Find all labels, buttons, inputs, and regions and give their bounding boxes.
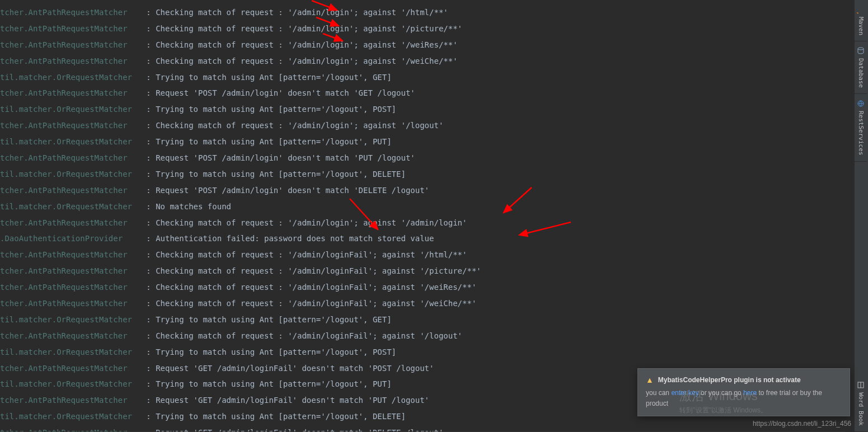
log-logger-name: til.matcher.OrRequestMatcher — [0, 348, 146, 356]
log-line[interactable]: tcher.AntPathRequestMatcher : Checking m… — [0, 21, 845, 37]
log-message: : Trying to match using Ant [pattern='/l… — [146, 348, 396, 356]
log-line[interactable]: tcher.AntPathRequestMatcher : Checking m… — [0, 263, 845, 279]
toolbar-item-wordbook[interactable]: Word Book — [855, 375, 867, 432]
log-line[interactable]: tcher.AntPathRequestMatcher : Request 'P… — [0, 150, 845, 166]
log-line[interactable]: tcher.AntPathRequestMatcher : Checking m… — [0, 215, 845, 231]
log-message: : Checking match of request : '/admin/lo… — [146, 24, 462, 33]
log-message: : Checking match of request : '/admin/lo… — [146, 121, 443, 130]
log-logger-name: tcher.AntPathRequestMatcher — [0, 153, 146, 162]
log-logger-name: tcher.AntPathRequestMatcher — [0, 24, 146, 33]
log-line[interactable]: tcher.AntPathRequestMatcher : Request 'P… — [0, 182, 845, 199]
log-message: : Checking match of request : '/admin/lo… — [146, 250, 467, 259]
log-message: : Request 'POST /admin/login' doesn't ma… — [146, 88, 415, 97]
rest-icon — [857, 100, 865, 107]
log-logger-name: tcher.AntPathRequestMatcher — [0, 396, 146, 405]
log-message: : Checking match of request : '/admin/lo… — [146, 266, 481, 275]
log-logger-name: tcher.AntPathRequestMatcher — [0, 331, 146, 340]
log-message: : Checking match of request : '/admin/lo… — [146, 218, 467, 227]
log-line[interactable]: til.matcher.OrRequestMatcher : No matche… — [0, 199, 845, 215]
log-line[interactable]: tcher.AntPathRequestMatcher : Checking m… — [0, 328, 845, 344]
log-line[interactable]: tcher.AntPathRequestMatcher : Checking m… — [0, 279, 845, 295]
log-message: : Trying to match using Ant [pattern='/l… — [146, 137, 391, 146]
notification-link-enterkey[interactable]: enter key — [671, 389, 698, 397]
log-logger-name: til.matcher.OrRequestMatcher — [0, 379, 146, 388]
maven-icon: m — [857, 6, 865, 13]
log-line[interactable]: tcher.AntPathRequestMatcher : Checking m… — [0, 53, 845, 69]
toolbar-item-restservices[interactable]: RestServices — [855, 94, 867, 161]
log-line[interactable]: tcher.AntPathRequestMatcher : Request 'P… — [0, 85, 845, 101]
book-icon — [857, 381, 865, 389]
log-logger-name: til.matcher.OrRequestMatcher — [0, 412, 146, 421]
notification-link-here[interactable]: here — [743, 389, 757, 397]
log-message: : Authentication failed: password does n… — [146, 234, 434, 243]
toolbar-label: RestServices — [857, 111, 865, 155]
log-message: : Checking match of request : '/admin/lo… — [146, 283, 476, 292]
notification-text: you can — [646, 389, 671, 397]
toolbar-label: Maven — [857, 17, 865, 35]
notification-title-row: ▲ MybatisCodeHelperPro plugin is not act… — [646, 375, 842, 384]
toolbar-item-database[interactable]: Database — [855, 41, 867, 94]
svg-text:m: m — [857, 12, 861, 13]
log-message: : Request 'POST /admin/login' doesn't ma… — [146, 153, 415, 162]
log-line[interactable]: til.matcher.OrRequestMatcher : Trying to… — [0, 69, 845, 86]
log-line[interactable]: til.matcher.OrRequestMatcher : Trying to… — [0, 344, 845, 360]
notification-body: you can enter key or you can go here to … — [646, 388, 842, 409]
log-line[interactable]: til.matcher.OrRequestMatcher : Trying to… — [0, 101, 845, 118]
log-logger-name: til.matcher.OrRequestMatcher — [0, 105, 146, 114]
notification-text: or you can go — [699, 389, 743, 397]
notification-popup[interactable]: ▲ MybatisCodeHelperPro plugin is not act… — [637, 368, 850, 416]
log-logger-name: til.matcher.OrRequestMatcher — [0, 137, 146, 146]
log-logger-name: tcher.AntPathRequestMatcher — [0, 283, 146, 292]
log-line[interactable]: til.matcher.OrRequestMatcher : Trying to… — [0, 134, 845, 150]
log-message: : Checking match of request : '/admin/lo… — [146, 57, 457, 65]
console-log-area[interactable]: tcher.AntPathRequestMatcher : Checking m… — [0, 0, 845, 432]
log-message: : Checking match of request : '/admin/lo… — [146, 299, 476, 308]
log-line[interactable]: tcher.AntPathRequestMatcher : Checking m… — [0, 247, 845, 263]
log-logger-name: tcher.AntPathRequestMatcher — [0, 299, 146, 308]
log-message: : Trying to match using Ant [pattern='/l… — [146, 379, 391, 388]
log-logger-name: tcher.AntPathRequestMatcher — [0, 40, 146, 49]
log-line[interactable]: til.matcher.OrRequestMatcher : Trying to… — [0, 166, 845, 182]
log-message: : Trying to match using Ant [pattern='/l… — [146, 105, 396, 114]
log-message: : Request 'GET /admin/loginFail' doesn't… — [146, 396, 429, 405]
log-logger-name: tcher.AntPathRequestMatcher — [0, 218, 146, 227]
log-line[interactable]: til.matcher.OrRequestMatcher : Trying to… — [0, 312, 845, 328]
log-message: : Trying to match using Ant [pattern='/l… — [146, 315, 391, 324]
toolbar-label: Word Book — [857, 392, 865, 426]
log-logger-name: til.matcher.OrRequestMatcher — [0, 202, 146, 211]
log-logger-name: tcher.AntPathRequestMatcher — [0, 88, 146, 97]
log-line[interactable]: tcher.AntPathRequestMatcher : Checking m… — [0, 118, 845, 134]
svg-point-7 — [858, 48, 864, 50]
database-icon — [857, 47, 865, 55]
toolbar-label: Database — [857, 58, 865, 88]
log-line[interactable]: tcher.AntPathRequestMatcher : Checking m… — [0, 295, 845, 312]
log-logger-name: tcher.AntPathRequestMatcher — [0, 250, 146, 259]
log-logger-name: tcher.AntPathRequestMatcher — [0, 57, 146, 65]
log-message: : Trying to match using Ant [pattern='/l… — [146, 412, 406, 421]
right-toolbar: m Maven Database RestServices Word Book — [854, 0, 868, 432]
log-logger-name: tcher.AntPathRequestMatcher — [0, 266, 146, 275]
log-logger-name: tcher.AntPathRequestMatcher — [0, 364, 146, 373]
log-message: : No matches found — [146, 202, 231, 211]
toolbar-item-maven[interactable]: m Maven — [855, 0, 867, 41]
log-logger-name: tcher.AntPathRequestMatcher — [0, 121, 146, 130]
log-message: : Checking match of request : '/admin/lo… — [146, 40, 457, 49]
log-message: : Checking match of request : '/admin/lo… — [146, 8, 448, 17]
log-line[interactable]: tcher.AntPathRequestMatcher : Checking m… — [0, 4, 845, 21]
log-message: : Trying to match using Ant [pattern='/l… — [146, 170, 406, 179]
log-line[interactable]: tcher.AntPathRequestMatcher : Checking m… — [0, 37, 845, 53]
log-logger-name: til.matcher.OrRequestMatcher — [0, 170, 146, 179]
log-logger-name: tcher.AntPathRequestMatcher — [0, 186, 146, 195]
notification-title-text: MybatisCodeHelperPro plugin is not activ… — [658, 376, 801, 384]
log-logger-name: til.matcher.OrRequestMatcher — [0, 73, 146, 82]
log-logger-name: .DaoAuthenticationProvider — [0, 234, 146, 243]
log-message: : Request 'GET /admin/loginFail' doesn't… — [146, 364, 434, 373]
warning-icon: ▲ — [646, 375, 654, 384]
log-logger-name: tcher.AntPathRequestMatcher — [0, 8, 146, 17]
log-message: : Checking match of request : '/admin/lo… — [146, 331, 462, 340]
log-message: : Trying to match using Ant [pattern='/l… — [146, 73, 391, 82]
log-line[interactable]: .DaoAuthenticationProvider : Authenticat… — [0, 231, 845, 247]
log-message: : Request 'POST /admin/login' doesn't ma… — [146, 186, 429, 195]
log-logger-name: til.matcher.OrRequestMatcher — [0, 315, 146, 324]
